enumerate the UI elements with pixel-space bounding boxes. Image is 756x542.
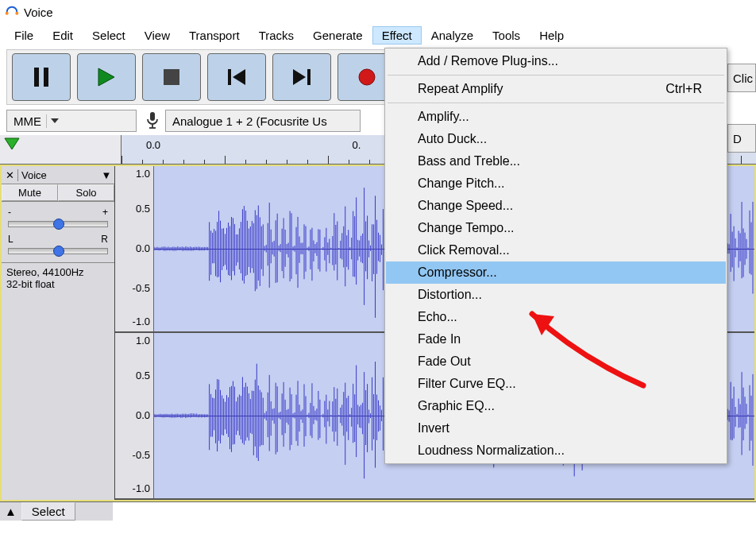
svg-point-0 <box>6 12 9 15</box>
menu-item-shortcut: Ctrl+R <box>665 82 702 96</box>
svg-rect-9 <box>307 69 310 85</box>
scale-label: 1.0 <box>136 168 150 180</box>
svg-point-1 <box>15 12 18 15</box>
right-edge-d[interactable]: D <box>727 124 756 153</box>
effect-item-compressor[interactable]: Compressor... <box>386 261 726 284</box>
menu-item-label: Add / Remove Plug-ins... <box>418 54 558 68</box>
effect-item-change-speed[interactable]: Change Speed... <box>386 195 726 217</box>
timeline-tick: 0. <box>353 139 361 151</box>
solo-button[interactable]: Solo <box>58 184 114 201</box>
svg-marker-7 <box>233 69 245 85</box>
svg-marker-8 <box>293 69 306 85</box>
timeline-left <box>0 135 122 164</box>
menu-item-label: Fade Out <box>418 354 471 369</box>
recording-device-combo[interactable]: Analogue 1 + 2 (Focusrite Us <box>165 110 361 132</box>
scale-label: 0.5 <box>136 203 150 215</box>
mute-button[interactable]: Mute <box>2 184 58 201</box>
playhead-marker-icon[interactable] <box>3 137 21 153</box>
title-bar: Voice <box>0 0 756 24</box>
skip-end-button[interactable] <box>272 53 331 101</box>
track-info: Stereo, 44100Hz 32-bit float <box>2 263 114 293</box>
amplitude-scale: 1.00.50.0-0.5-1.0 <box>115 166 154 331</box>
effect-item-graphic-eq[interactable]: Graphic EQ... <box>386 395 726 417</box>
track-menu-button[interactable]: ▼ <box>98 169 114 181</box>
menu-effect[interactable]: Effect <box>372 26 422 45</box>
effect-item-change-tempo[interactable]: Change Tempo... <box>386 217 726 239</box>
menu-select[interactable]: Select <box>83 26 135 45</box>
track-format-line1: Stereo, 44100Hz <box>6 266 110 278</box>
select-button[interactable]: Select <box>21 502 75 521</box>
effect-item-click-removal[interactable]: Click Removal... <box>386 239 726 261</box>
scale-label: -0.5 <box>133 282 150 294</box>
stop-button[interactable] <box>142 53 201 101</box>
pan-left-label: L <box>8 234 14 245</box>
effect-item-filter-curve-eq[interactable]: Filter Curve EQ... <box>386 373 726 395</box>
scale-label: 0.0 <box>136 409 150 421</box>
menu-item-label: Compressor... <box>418 265 497 280</box>
scale-label: 0.0 <box>136 242 150 254</box>
menu-item-label: Change Tempo... <box>418 221 515 235</box>
collapse-button[interactable]: ▲ <box>0 505 21 518</box>
right-edge-clip[interactable]: Clic <box>727 64 756 92</box>
menu-edit[interactable]: Edit <box>43 26 83 45</box>
gain-slider[interactable] <box>8 221 108 227</box>
menu-item-label: Change Pitch... <box>418 176 504 191</box>
app-logo-icon <box>5 5 19 19</box>
play-button[interactable] <box>77 53 136 101</box>
effect-item-amplify[interactable]: Amplify... <box>386 106 726 128</box>
effect-item-auto-duck[interactable]: Auto Duck... <box>386 128 726 150</box>
effect-item-fade-out[interactable]: Fade Out <box>386 350 726 373</box>
scale-label: 1.0 <box>136 335 150 346</box>
svg-rect-6 <box>228 69 231 85</box>
pan-slider[interactable] <box>8 248 108 254</box>
effect-item-invert[interactable]: Invert <box>386 417 726 439</box>
menu-tools[interactable]: Tools <box>483 26 530 45</box>
scale-label: -1.0 <box>133 482 150 494</box>
pause-button[interactable] <box>12 53 71 101</box>
effect-item-change-pitch[interactable]: Change Pitch... <box>386 172 726 195</box>
microphone-icon <box>145 111 160 131</box>
effect-item-bass-and-treble[interactable]: Bass and Treble... <box>386 150 726 172</box>
pan-right-label: R <box>101 234 108 245</box>
timeline-tick: 0.0 <box>146 139 160 151</box>
effect-item-distortion[interactable]: Distortion... <box>386 284 726 306</box>
menu-item-label: Click Removal... <box>418 243 510 257</box>
effect-item-fade-in[interactable]: Fade In <box>386 328 726 350</box>
menu-item-label: Echo... <box>418 310 457 324</box>
track-close-button[interactable]: ✕ <box>2 169 18 181</box>
recording-device-value: Analogue 1 + 2 (Focusrite Us <box>172 114 327 128</box>
menu-item-label: Amplify... <box>418 110 469 124</box>
menu-item-label: Auto Duck... <box>418 132 487 146</box>
effect-item-echo[interactable]: Echo... <box>386 306 726 328</box>
effect-item-loudness-normalization[interactable]: Loudness Normalization... <box>386 439 726 462</box>
svg-marker-4 <box>98 68 114 86</box>
menu-item-label: Distortion... <box>418 288 482 302</box>
menu-analyze[interactable]: Analyze <box>422 26 483 45</box>
svg-rect-12 <box>150 112 155 121</box>
menu-item-label: Invert <box>418 421 449 436</box>
svg-marker-15 <box>5 138 19 149</box>
svg-rect-3 <box>44 68 48 87</box>
track-name[interactable]: Voice <box>18 169 98 181</box>
skip-start-button[interactable] <box>207 53 266 101</box>
effect-item-add-remove-plug-ins[interactable]: Add / Remove Plug-ins... <box>386 50 726 72</box>
scale-label: -1.0 <box>133 316 150 327</box>
audio-host-value: MME <box>14 114 41 128</box>
menu-transport[interactable]: Transport <box>179 26 249 45</box>
audio-host-combo[interactable]: MME <box>6 110 137 132</box>
menu-view[interactable]: View <box>135 26 179 45</box>
svg-point-10 <box>359 69 375 85</box>
svg-rect-5 <box>164 69 179 85</box>
amplitude-scale: 1.00.50.0-0.5-1.0 <box>115 333 154 498</box>
effect-menu-dropdown: Add / Remove Plug-ins...Repeat AmplifyCt… <box>384 48 727 464</box>
menu-tracks[interactable]: Tracks <box>249 26 303 45</box>
effect-item-repeat-amplify[interactable]: Repeat AmplifyCtrl+R <box>386 78 726 100</box>
menu-item-label: Filter Curve EQ... <box>418 377 516 391</box>
menu-file[interactable]: File <box>5 26 43 45</box>
menu-item-label: Bass and Treble... <box>418 154 520 168</box>
transport-buttons <box>6 49 402 105</box>
menu-help[interactable]: Help <box>530 26 573 45</box>
menu-generate[interactable]: Generate <box>303 26 372 45</box>
menu-item-label: Repeat Amplify <box>418 82 503 96</box>
bottom-panel: ▲ Select <box>0 501 756 521</box>
